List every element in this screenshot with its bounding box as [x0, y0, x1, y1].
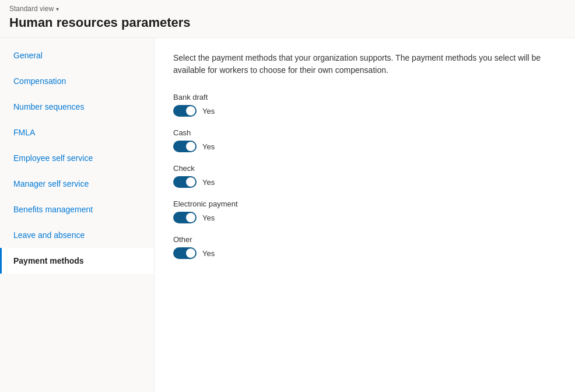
sidebar-item-manager-self-service[interactable]: Manager self service — [0, 171, 154, 197]
sidebar-item-employee-self-service[interactable]: Employee self service — [0, 145, 154, 171]
toggle-electronic-payment[interactable] — [173, 212, 197, 223]
toggle-row-other: Yes — [173, 247, 556, 259]
toggle-row-check: Yes — [173, 176, 556, 188]
sidebar-item-leave-and-absence[interactable]: Leave and absence — [0, 222, 154, 248]
payment-label-other: Other — [173, 235, 556, 244]
payment-label-electronic-payment: Electronic payment — [173, 200, 556, 208]
toggle-check[interactable] — [173, 176, 197, 188]
sidebar-item-fmla[interactable]: FMLA — [0, 120, 154, 145]
payment-item-check: CheckYes — [173, 164, 556, 188]
payment-item-bank-draft: Bank draftYes — [173, 93, 556, 117]
sidebar-item-compensation[interactable]: Compensation — [0, 68, 154, 94]
sidebar-item-payment-methods[interactable]: Payment methods — [0, 248, 154, 274]
description: Select the payment methods that your org… — [173, 52, 556, 76]
toggle-bank-draft[interactable] — [173, 105, 197, 117]
toggle-row-cash: Yes — [173, 141, 556, 152]
payment-item-cash: CashYes — [173, 128, 556, 152]
payment-label-check: Check — [173, 164, 556, 173]
standard-view-label[interactable]: Standard view — [9, 5, 54, 13]
payment-item-electronic-payment: Electronic paymentYes — [173, 200, 556, 223]
page-title: Human resources parameters — [0, 14, 575, 37]
toggle-cash[interactable] — [173, 141, 197, 152]
sidebar: GeneralCompensationNumber sequencesFMLAE… — [0, 38, 155, 392]
toggle-yes-label-check: Yes — [202, 178, 215, 187]
payment-label-bank-draft: Bank draft — [173, 93, 556, 102]
content-area: GeneralCompensationNumber sequencesFMLAE… — [0, 37, 575, 392]
toggle-other[interactable] — [173, 247, 197, 259]
payment-list: Bank draftYesCashYesCheckYesElectronic p… — [173, 93, 556, 259]
sidebar-item-general[interactable]: General — [0, 43, 154, 68]
toggle-yes-label-cash: Yes — [202, 142, 215, 151]
payment-label-cash: Cash — [173, 128, 556, 137]
main-content: Select the payment methods that your org… — [155, 38, 575, 392]
toggle-yes-label-bank-draft: Yes — [202, 107, 215, 116]
payment-item-other: OtherYes — [173, 235, 556, 259]
toggle-row-electronic-payment: Yes — [173, 212, 556, 223]
toggle-yes-label-other: Yes — [202, 249, 215, 258]
sidebar-item-number-sequences[interactable]: Number sequences — [0, 94, 154, 120]
sidebar-item-benefits-management[interactable]: Benefits management — [0, 197, 154, 222]
toggle-row-bank-draft: Yes — [173, 105, 556, 117]
top-bar: Standard view ▾ — [0, 0, 575, 14]
chevron-down-icon: ▾ — [56, 6, 59, 12]
page-wrapper: Standard view ▾ Human resources paramete… — [0, 0, 575, 392]
toggle-yes-label-electronic-payment: Yes — [202, 214, 215, 222]
